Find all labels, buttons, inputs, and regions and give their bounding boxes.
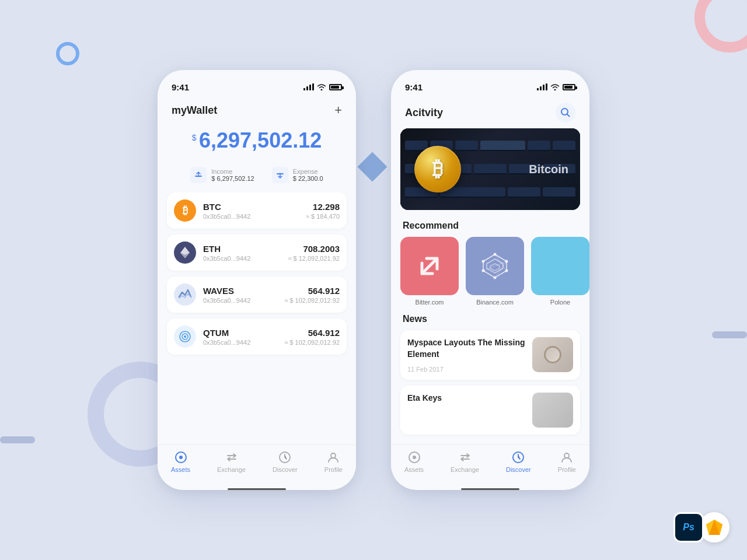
bitcoin-text-label: Bitcoin — [529, 163, 568, 176]
news-section-title: News — [400, 314, 580, 324]
expense-value: $ 22,300.0 — [293, 175, 323, 182]
wallet-header: myWallet + — [158, 96, 356, 123]
wifi-icon — [317, 83, 326, 90]
eth-usd: ≈ $ 12,092,021.92 — [288, 255, 340, 262]
status-time-wallet: 9:41 — [172, 82, 189, 92]
activity-header: Acitvity — [391, 96, 589, 128]
signal-bar-1 — [303, 88, 305, 90]
coin-item-eth[interactable]: ETH 0x3b5ca0...9442 708.2003 ≈ $ 12,092,… — [167, 235, 347, 271]
nav2-profile[interactable]: Profile — [558, 451, 576, 473]
svg-point-6 — [179, 456, 183, 459]
svg-point-8 — [331, 453, 336, 458]
nav-discover[interactable]: Discover — [273, 451, 298, 473]
bitter-card — [400, 237, 459, 295]
qtum-value: 564.912 ≈ $ 102,092,012.92 — [284, 328, 340, 346]
nav2-discover-label: Discover — [506, 466, 531, 473]
wallet-content: myWallet + $ 6,297,502.12 — [158, 96, 356, 490]
waves-info: WAVES 0x3b5ca0...9442 — [203, 286, 284, 304]
activity-phone: 9:41 — [391, 70, 589, 490]
bitcoin-coin-visual: ₿ — [414, 146, 461, 192]
currency-symbol: $ — [192, 133, 197, 142]
nav2-profile-label: Profile — [558, 466, 576, 473]
signal-icon — [303, 83, 314, 90]
news-thumbnail-1 — [532, 337, 573, 372]
binance-label: Binance.com — [466, 299, 524, 306]
expense-label: Expense — [293, 168, 323, 175]
status-bar-wallet: 9:41 — [158, 70, 356, 96]
news-section: News Myspace Layouts The Missing Element… — [391, 314, 589, 435]
waves-address: 0x3b5ca0...9442 — [203, 297, 284, 304]
coin-item-btc[interactable]: ₿ BTC 0x3b5ca0...9442 12.298 ≈ $ 184,470 — [167, 192, 347, 229]
coin-item-waves[interactable]: WAVES 0x3b5ca0...9442 564.912 ≈ $ 102,09… — [167, 276, 347, 313]
nav2-exchange-label: Exchange — [451, 466, 479, 473]
signal-icon-2 — [537, 83, 547, 90]
exchange-icon — [225, 451, 238, 464]
key — [553, 141, 575, 151]
waves-amount: 564.912 — [284, 286, 340, 296]
waves-usd: ≈ $ 102,092,012.92 — [284, 297, 340, 304]
key — [543, 187, 575, 198]
waves-value: 564.912 ≈ $ 102,092,012.92 — [284, 286, 340, 304]
eth-symbol: ETH — [203, 244, 288, 254]
recommend-item-bitter[interactable]: Bitter.com — [400, 237, 459, 306]
qtum-amount: 564.912 — [284, 328, 340, 338]
nav2-discover[interactable]: Discover — [506, 451, 531, 473]
search-button[interactable] — [556, 103, 575, 123]
nav-assets[interactable]: Assets — [171, 451, 190, 473]
activity-title: Acitvity — [405, 107, 443, 119]
nav-exchange-label: Exchange — [217, 466, 246, 473]
activity-content: Acitvity — [391, 96, 589, 490]
balance-amount: 6,297,502.12 — [199, 128, 322, 152]
bg-decoration-circle-blue — [56, 42, 79, 65]
battery-icon — [329, 84, 342, 90]
svg-line-19 — [495, 254, 507, 271]
featured-banner[interactable]: ₿ Bitcoin — [400, 128, 580, 210]
nav2-assets-label: Assets — [404, 466, 424, 473]
signal-bar2-3 — [543, 85, 544, 90]
news-item-1[interactable]: Myspace Layouts The Missing Element 11 F… — [400, 330, 580, 380]
bottom-nav-activity: Assets Exchange — [391, 444, 589, 485]
nav-exchange[interactable]: Exchange — [217, 451, 246, 473]
add-wallet-button[interactable]: + — [334, 103, 342, 118]
wifi-icon-2 — [550, 83, 560, 90]
svg-point-24 — [413, 456, 416, 459]
nav2-exchange[interactable]: Exchange — [451, 451, 479, 473]
btc-symbol-coin: ₿ — [432, 157, 443, 181]
income-expense-section: Income $ 6,297,502.12 Expense $ 22,300.0 — [158, 162, 356, 192]
btc-symbol: BTC — [203, 202, 306, 212]
expense-info: Expense $ 22,300.0 — [293, 168, 323, 182]
battery-icon-2 — [563, 84, 575, 90]
phones-wrapper: 9:41 — [0, 0, 747, 560]
polone-label: Polone — [531, 299, 589, 306]
btc-info: BTC 0x3b5ca0...9442 — [203, 202, 306, 220]
news-content-1: Myspace Layouts The Missing Element 11 F… — [407, 337, 525, 373]
balance-section: $ 6,297,502.12 — [158, 123, 356, 162]
news-headline-2: Eta Keys — [407, 393, 525, 404]
news-content-2: Eta Keys — [407, 393, 525, 410]
income-label: Income — [211, 168, 254, 175]
news-thumbnail-2 — [532, 393, 573, 428]
key — [474, 164, 506, 174]
exchange-icon-2 — [459, 451, 472, 464]
news-item-2[interactable]: Eta Keys — [400, 386, 580, 435]
signal-bar2-4 — [546, 83, 547, 90]
eth-info: ETH 0x3b5ca0...9442 — [203, 244, 288, 262]
recommend-item-polone[interactable]: Polone — [531, 237, 589, 306]
svg-point-4 — [184, 335, 186, 338]
btc-address: 0x3b5ca0...9442 — [203, 213, 306, 220]
qtum-info: QTUM 0x3b5ca0...9442 — [203, 328, 284, 346]
nav2-assets[interactable]: Assets — [404, 451, 424, 473]
signal-bar-4 — [312, 83, 314, 90]
ps-text: Ps — [683, 522, 694, 533]
sketch-icon — [705, 519, 724, 536]
bitcoin-banner-bg: ₿ Bitcoin — [400, 128, 580, 210]
income-item: Income $ 6,297,502.12 — [190, 167, 254, 183]
status-icons-activity — [537, 83, 575, 90]
key — [508, 187, 540, 198]
income-info: Income $ 6,297,502.12 — [211, 168, 254, 182]
recommend-item-binance[interactable]: Binance.com — [466, 237, 524, 306]
coin-item-qtum[interactable]: QTUM 0x3b5ca0...9442 564.912 ≈ $ 102,092… — [167, 318, 347, 355]
polone-card — [531, 237, 589, 295]
nav-profile[interactable]: Profile — [324, 451, 343, 473]
bitcoin-label: Bitcoin — [529, 163, 568, 176]
